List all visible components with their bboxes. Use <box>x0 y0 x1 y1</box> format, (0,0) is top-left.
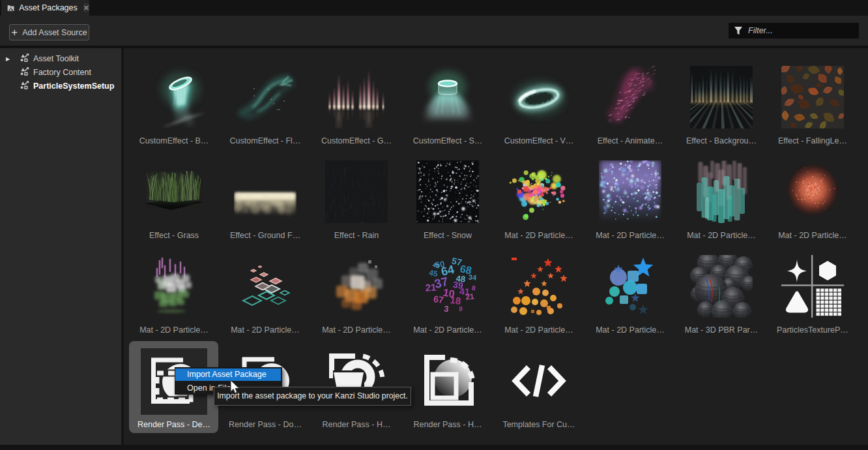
svg-text:45: 45 <box>432 262 440 269</box>
svg-text:3: 3 <box>444 304 450 314</box>
svg-text:9: 9 <box>458 305 463 313</box>
svg-text:21: 21 <box>465 292 475 301</box>
svg-text:34: 34 <box>468 273 477 281</box>
svg-text:67: 67 <box>433 293 444 305</box>
svg-text:21: 21 <box>425 282 437 293</box>
svg-text:8: 8 <box>471 284 476 292</box>
